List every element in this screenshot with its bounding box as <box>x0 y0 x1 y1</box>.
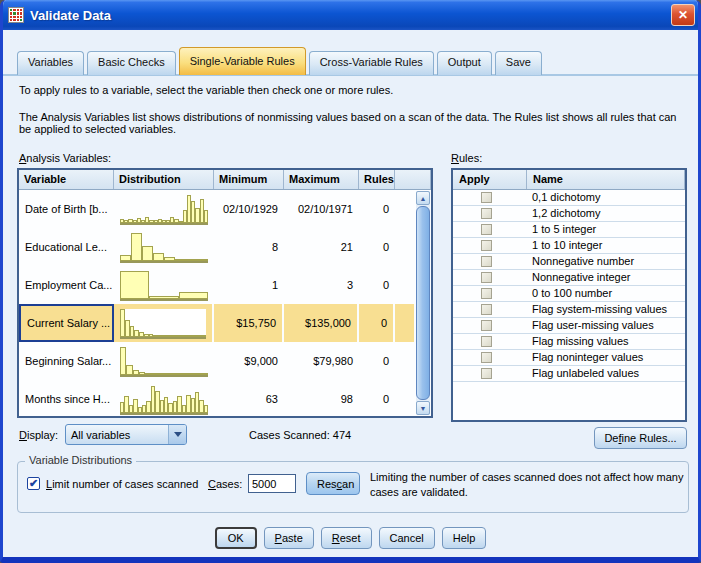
help-button[interactable]: Help <box>442 527 487 549</box>
rule-apply-checkbox[interactable] <box>481 368 492 379</box>
row-spacer <box>395 266 416 304</box>
rule-name: 0 to 100 number <box>527 286 685 301</box>
display-dropdown[interactable]: All variables <box>65 424 187 445</box>
rule-apply-checkbox[interactable] <box>481 304 492 315</box>
scroll-up-icon[interactable]: ▲ <box>416 191 430 205</box>
table-row[interactable]: Months since H... 63 98 0 <box>19 380 416 416</box>
rule-name: Nonnegative integer <box>527 270 685 285</box>
row-minimum-value: $15,750 <box>214 304 284 342</box>
rule-list-item[interactable]: 0 to 100 number <box>453 286 685 302</box>
row-maximum-value: $135,000 <box>284 304 359 342</box>
ok-button[interactable]: OK <box>215 527 257 549</box>
table-row[interactable]: Date of Birth [b... 02/10/1929 02/10/197… <box>19 190 416 228</box>
column-header-maximum[interactable]: Maximum <box>284 170 359 189</box>
reset-button[interactable]: Reset <box>321 527 372 549</box>
rule-list-item[interactable]: Flag system-missing values <box>453 302 685 318</box>
validate-data-dialog: Validate Data ✕ VariablesBasic ChecksSin… <box>0 0 701 563</box>
row-distribution-histogram <box>114 380 214 416</box>
tab-variables[interactable]: Variables <box>17 51 84 75</box>
rule-name: 1 to 5 integer <box>527 222 685 237</box>
row-spacer <box>395 228 416 266</box>
paste-button[interactable]: Paste <box>264 527 314 549</box>
row-spacer <box>395 342 416 380</box>
row-maximum-value: 02/10/1971 <box>284 190 359 228</box>
limit-cases-checkbox[interactable]: ✔ <box>27 477 40 490</box>
cases-input[interactable] <box>248 474 296 493</box>
tab-single-variable-rules[interactable]: Single-Variable Rules <box>179 47 306 75</box>
variable-distributions-title: Variable Distributions <box>25 454 136 466</box>
cancel-button[interactable]: Cancel <box>379 527 435 549</box>
rule-list-item[interactable]: 0,1 dichotomy <box>453 190 685 206</box>
column-header-apply[interactable]: Apply <box>453 170 527 189</box>
window-title: Validate Data <box>30 8 671 23</box>
rule-list-item[interactable]: Flag noninteger values <box>453 350 685 366</box>
row-rules-count: 0 <box>359 190 395 228</box>
row-maximum-value: 3 <box>284 266 359 304</box>
analysis-table-body: Date of Birth [b... 02/10/1929 02/10/197… <box>19 190 416 416</box>
rule-name: Flag user-missing values <box>527 318 685 333</box>
intro-line-2: The Analysis Variables list shows distri… <box>19 111 687 135</box>
rule-apply-checkbox[interactable] <box>481 192 492 203</box>
rule-list-item[interactable]: Nonnegative number <box>453 254 685 270</box>
rule-list-item[interactable]: Flag missing values <box>453 334 685 350</box>
rule-list-item[interactable]: Flag user-missing values <box>453 318 685 334</box>
rule-apply-checkbox[interactable] <box>481 288 492 299</box>
close-icon[interactable]: ✕ <box>671 4 695 26</box>
row-variable-name: Educational Le... <box>19 228 114 266</box>
tab-output[interactable]: Output <box>437 51 492 75</box>
rules-label: Rules: <box>451 152 482 164</box>
rule-name: Flag missing values <box>527 334 685 349</box>
rules-table-body: 0,1 dichotomy 1,2 dichotomy 1 to 5 integ… <box>453 190 685 382</box>
cases-label: Cases: <box>208 478 242 490</box>
scroll-thumb[interactable] <box>416 206 430 400</box>
rule-name: Nonnegative number <box>527 254 685 269</box>
rule-name: Flag system-missing values <box>527 302 685 317</box>
rules-table-header: Apply Name <box>453 170 685 190</box>
define-rules-button[interactable]: Define Rules... <box>594 427 687 449</box>
column-header-variable[interactable]: Variable <box>19 170 114 189</box>
column-header-minimum[interactable]: Minimum <box>214 170 284 189</box>
rescan-button[interactable]: Rescan <box>306 472 360 495</box>
row-variable-name: Months since H... <box>19 380 114 416</box>
table-row[interactable]: Beginning Salar... $9,000 $79,980 0 <box>19 342 416 380</box>
table-row[interactable]: Employment Ca... 1 3 0 <box>19 266 416 304</box>
rule-apply-checkbox[interactable] <box>481 272 492 283</box>
rule-list-item[interactable]: 1,2 dichotomy <box>453 206 685 222</box>
tab-basic-checks[interactable]: Basic Checks <box>87 51 176 75</box>
footer-button-bar: OKPasteResetCancelHelp <box>3 527 698 549</box>
row-rules-count: 0 <box>359 380 395 416</box>
analysis-scrollbar[interactable]: ▲ ▼ <box>416 191 430 415</box>
row-distribution-histogram <box>114 228 214 266</box>
tab-strip: VariablesBasic ChecksSingle-Variable Rul… <box>17 47 542 75</box>
rule-apply-checkbox[interactable] <box>481 336 492 347</box>
column-header-spacer <box>395 170 431 189</box>
row-minimum-value: 8 <box>214 228 284 266</box>
table-row[interactable]: Educational Le... 8 21 0 <box>19 228 416 266</box>
rule-apply-checkbox[interactable] <box>481 320 492 331</box>
tab-cross-variable-rules[interactable]: Cross-Variable Rules <box>309 51 434 75</box>
row-rules-count: 0 <box>359 342 395 380</box>
row-variable-name: Beginning Salar... <box>19 342 114 380</box>
rule-list-item[interactable]: 1 to 10 integer <box>453 238 685 254</box>
column-header-distribution[interactable]: Distribution <box>114 170 214 189</box>
rules-table: Apply Name 0,1 dichotomy 1,2 dichotomy 1… <box>451 168 687 422</box>
rule-list-item[interactable]: Flag unlabeled values <box>453 366 685 382</box>
column-header-rules[interactable]: Rules <box>359 170 395 189</box>
column-header-name[interactable]: Name <box>527 170 685 189</box>
row-distribution-histogram <box>114 342 214 380</box>
row-distribution-histogram <box>114 304 214 342</box>
scroll-down-icon[interactable]: ▼ <box>416 401 430 415</box>
rule-apply-checkbox[interactable] <box>481 208 492 219</box>
rule-apply-checkbox[interactable] <box>481 224 492 235</box>
rule-list-item[interactable]: 1 to 5 integer <box>453 222 685 238</box>
rule-name: 1 to 10 integer <box>527 238 685 253</box>
analysis-variables-label: Analysis Variables: <box>19 152 111 164</box>
rule-apply-checkbox[interactable] <box>481 240 492 251</box>
row-maximum-value: 21 <box>284 228 359 266</box>
rule-list-item[interactable]: Nonnegative integer <box>453 270 685 286</box>
rule-name: 0,1 dichotomy <box>527 190 685 205</box>
rule-apply-checkbox[interactable] <box>481 256 492 267</box>
table-row[interactable]: Current Salary ... $15,750 $135,000 0 <box>19 304 416 342</box>
rule-apply-checkbox[interactable] <box>481 352 492 363</box>
tab-save[interactable]: Save <box>495 51 542 75</box>
